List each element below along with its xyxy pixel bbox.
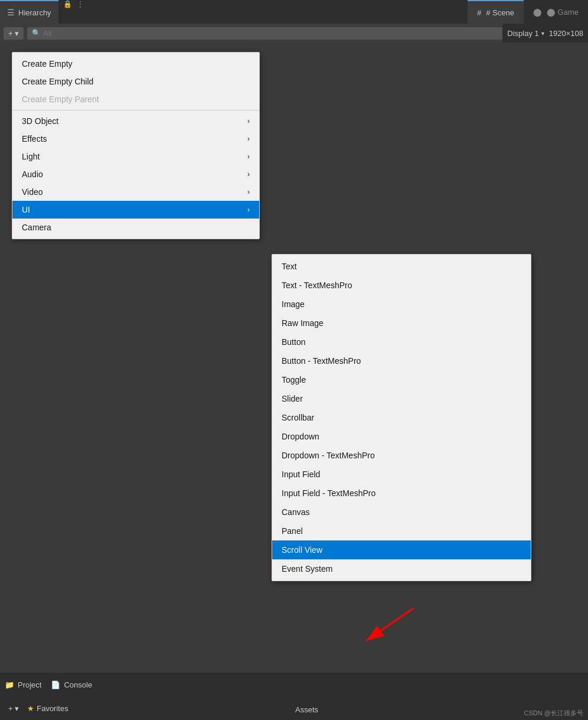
game-label: ⬤ Game (547, 8, 579, 17)
menu-item-dropdown[interactable]: Dropdown (272, 427, 531, 446)
menu-item-text-tmp[interactable]: Text - TextMeshPro (272, 276, 531, 295)
top-right-tabs: # # Scene ⬤ ⬤ Game (468, 0, 588, 24)
menu-item-ui[interactable]: UI › (12, 201, 259, 219)
search-icon: 🔍 (32, 29, 41, 37)
favorites-label: Favorites (37, 704, 68, 713)
menu-item-video[interactable]: Video › (12, 183, 259, 201)
menu-item-text[interactable]: Text (272, 257, 531, 276)
assets-label: Assets (295, 705, 318, 714)
menu-item-create-empty[interactable]: Create Empty (12, 55, 259, 73)
menu-item-effects[interactable]: Effects › (12, 130, 259, 148)
menu-item-create-empty-child[interactable]: Create Empty Child (12, 73, 259, 90)
arrow-3d-object: › (247, 117, 250, 125)
favorites-item[interactable]: ★ Favorites (27, 704, 68, 713)
top-bar: ☰ Hierarchy 🔒 ⋮ # # Scene ⬤ ⬤ Game (0, 0, 588, 24)
menu-item-raw-image[interactable]: Raw Image (272, 314, 531, 333)
console-label: Console (64, 680, 92, 689)
menu-item-event-system[interactable]: Event System (272, 559, 531, 578)
menu-item-light[interactable]: Light › (12, 148, 259, 165)
menu-item-scroll-view[interactable]: Scroll View (272, 540, 531, 559)
menu-item-3d-object[interactable]: 3D Object › (12, 112, 259, 130)
console-tab[interactable]: 📄 Console (51, 680, 92, 689)
hierarchy-title: Hierarchy (18, 8, 51, 17)
game-tab[interactable]: ⬤ ⬤ Game (524, 0, 588, 24)
project-tab[interactable]: 📁 Project (5, 680, 41, 689)
menu-item-canvas[interactable]: Canvas (272, 503, 531, 522)
menu-item-input-field[interactable]: Input Field (272, 465, 531, 484)
dots-icon[interactable]: ⋮ (77, 0, 84, 24)
menu-item-create-empty-parent: Create Empty Parent (12, 90, 259, 108)
menu-item-camera[interactable]: Camera (12, 219, 259, 236)
menu-item-button[interactable]: Button (272, 333, 531, 351)
menu-item-button-tmp[interactable]: Button - TextMeshPro (272, 351, 531, 370)
menu-item-image[interactable]: Image (272, 295, 531, 314)
menu-item-dropdown-tmp[interactable]: Dropdown - TextMeshPro (272, 446, 531, 465)
arrow-audio: › (247, 170, 250, 178)
menu-item-input-field-tmp[interactable]: Input Field - TextMeshPro (272, 484, 531, 503)
display-label: Display 1 (507, 29, 538, 38)
display-select[interactable]: Display 1 ▾ (507, 29, 544, 38)
menu-item-audio[interactable]: Audio › (12, 165, 259, 183)
arrow-light: › (247, 152, 250, 161)
resolution-label: 1920×108 (549, 29, 583, 38)
star-icon: ★ (27, 704, 34, 713)
folder-icon: 📁 (5, 680, 14, 689)
arrow-video: › (247, 188, 250, 196)
lock-icon[interactable]: 🔒 (63, 0, 72, 24)
csdn-watermark: CSDN @长江很多号 (524, 709, 583, 718)
arrow-ui: › (247, 206, 250, 214)
arrow-effects: › (247, 135, 250, 143)
game-icon: ⬤ (533, 8, 542, 17)
scene-tab[interactable]: # # Scene (468, 0, 524, 24)
very-bottom-bar: + ▾ ★ Favorites Assets CSDN @长江很多号 (0, 696, 588, 720)
menu-item-panel[interactable]: Panel (272, 522, 531, 540)
search-input[interactable] (43, 29, 580, 38)
search-bar: 🔍 (27, 27, 584, 40)
context-menu-left: Create Empty Create Empty Child Create E… (12, 52, 260, 239)
context-menu-right: Text Text - TextMeshPro Image Raw Image … (272, 254, 531, 581)
menu-item-scrollbar[interactable]: Scrollbar (272, 408, 531, 427)
second-bar: + ▾ 🔍 (0, 24, 588, 43)
console-icon: 📄 (51, 680, 60, 689)
scene-hash-icon: # (477, 8, 481, 17)
bottom-add-button[interactable]: + ▾ (5, 703, 22, 714)
display-bar: Display 1 ▾ 1920×108 (502, 24, 588, 43)
add-button[interactable]: + ▾ (4, 27, 24, 40)
chevron-down-icon: ▾ (541, 30, 544, 37)
hierarchy-tab[interactable]: ☰ Hierarchy (0, 0, 58, 24)
bottom-bar: 📁 Project 📄 Console (0, 673, 588, 696)
menu-item-toggle[interactable]: Toggle (272, 370, 531, 389)
project-label: Project (18, 680, 41, 689)
menu-item-slider[interactable]: Slider (272, 389, 531, 408)
scene-label: # Scene (486, 8, 514, 17)
menu-divider-1 (12, 110, 259, 110)
hierarchy-icon: ☰ (7, 8, 15, 17)
